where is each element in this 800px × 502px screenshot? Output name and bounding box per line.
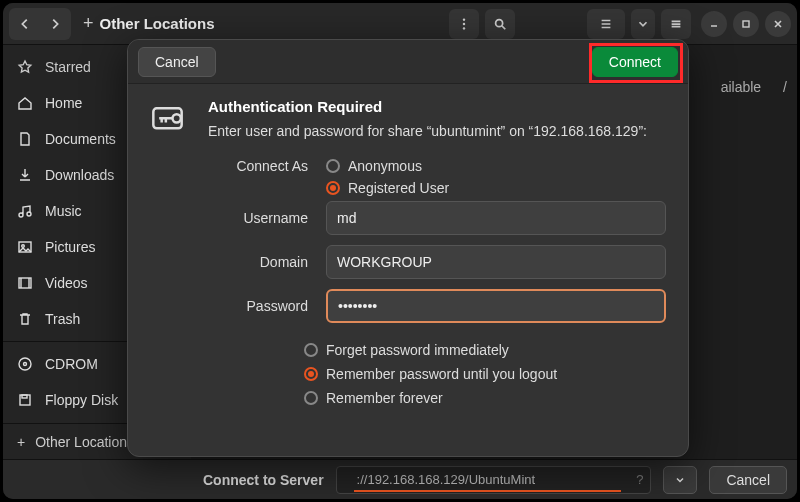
- sidebar-item-label: Trash: [45, 311, 80, 327]
- sidebar-item-label: Music: [45, 203, 82, 219]
- close-button[interactable]: [765, 11, 791, 37]
- svg-point-10: [24, 363, 27, 366]
- history-dropdown-button[interactable]: [663, 466, 697, 494]
- radio-label: Registered User: [348, 180, 449, 196]
- svg-point-3: [496, 19, 503, 26]
- view-dropdown-button[interactable]: [631, 9, 655, 39]
- radio-label: Remember password until you logout: [326, 366, 557, 382]
- radio-forget-immediately[interactable]: Forget password immediately: [304, 342, 666, 358]
- svg-point-16: [173, 114, 181, 122]
- dialog-cancel-button[interactable]: Cancel: [138, 47, 216, 77]
- svg-rect-12: [22, 395, 27, 398]
- help-icon[interactable]: ?: [636, 472, 643, 487]
- radio-label: Forget password immediately: [326, 342, 509, 358]
- svg-point-5: [27, 212, 31, 216]
- sidebar-item-label: Home: [45, 95, 82, 111]
- menu-button[interactable]: [449, 9, 479, 39]
- radio-remember-forever[interactable]: Remember forever: [304, 390, 666, 406]
- plus-icon: +: [83, 13, 94, 34]
- dialog-connect-button[interactable]: Connect: [592, 47, 678, 77]
- server-address-wrap: ?: [336, 466, 652, 494]
- dialog-title: Authentication Required: [208, 98, 647, 115]
- radio-anonymous[interactable]: Anonymous: [326, 158, 449, 174]
- sidebar-item-label: Floppy Disk: [45, 392, 118, 408]
- svg-point-2: [463, 27, 465, 29]
- svg-point-1: [463, 22, 465, 24]
- sidebar-item-label: Videos: [45, 275, 88, 291]
- password-input[interactable]: [326, 289, 666, 323]
- sidebar-footer-label: Other Locations: [35, 434, 134, 450]
- forward-button[interactable]: [41, 10, 69, 38]
- sidebar-item-label: Documents: [45, 131, 116, 147]
- nav-group: [9, 8, 71, 40]
- radio-label: Anonymous: [348, 158, 422, 174]
- sidebar-item-label: Starred: [45, 59, 91, 75]
- svg-rect-4: [743, 21, 749, 27]
- sidebar-item-label: CDROM: [45, 356, 98, 372]
- radio-label: Remember forever: [326, 390, 443, 406]
- server-cancel-button[interactable]: Cancel: [709, 466, 787, 494]
- connect-as-label: Connect As: [208, 158, 308, 174]
- radio-remember-logout[interactable]: Remember password until you logout: [304, 366, 666, 382]
- auth-dialog: Cancel Connect Authentication Required E…: [127, 39, 689, 457]
- breadcrumb[interactable]: + Other Locations: [77, 13, 443, 34]
- breadcrumb-text: Other Locations: [100, 15, 215, 32]
- password-label: Password: [208, 298, 308, 314]
- radio-registered[interactable]: Registered User: [326, 180, 449, 196]
- available-label: ailable: [721, 79, 761, 95]
- dialog-header: Cancel Connect: [128, 40, 688, 84]
- dialog-subtitle: Enter user and password for share “ubunt…: [208, 123, 647, 139]
- svg-point-0: [463, 18, 465, 20]
- sidebar-item-label: Pictures: [45, 239, 96, 255]
- domain-input[interactable]: [326, 245, 666, 279]
- server-address-input[interactable]: [336, 466, 652, 494]
- sidebar-item-label: Downloads: [45, 167, 114, 183]
- maximize-button[interactable]: [733, 11, 759, 37]
- username-input[interactable]: [326, 201, 666, 235]
- svg-point-9: [19, 358, 31, 370]
- view-list-button[interactable]: [587, 9, 625, 39]
- domain-label: Domain: [208, 254, 308, 270]
- minimize-button[interactable]: [701, 11, 727, 37]
- back-button[interactable]: [11, 10, 39, 38]
- connect-to-server-label: Connect to Server: [203, 472, 324, 488]
- username-label: Username: [208, 210, 308, 226]
- plus-icon: +: [17, 434, 25, 450]
- search-button[interactable]: [485, 9, 515, 39]
- key-icon: [150, 100, 190, 140]
- file-manager-window: + Other Locations: [3, 3, 797, 499]
- window-controls: [701, 11, 791, 37]
- path-slash: /: [783, 79, 787, 95]
- svg-point-7: [22, 245, 25, 248]
- hamburger-button[interactable]: [661, 9, 691, 39]
- bottombar: Connect to Server ? Cancel: [3, 459, 797, 499]
